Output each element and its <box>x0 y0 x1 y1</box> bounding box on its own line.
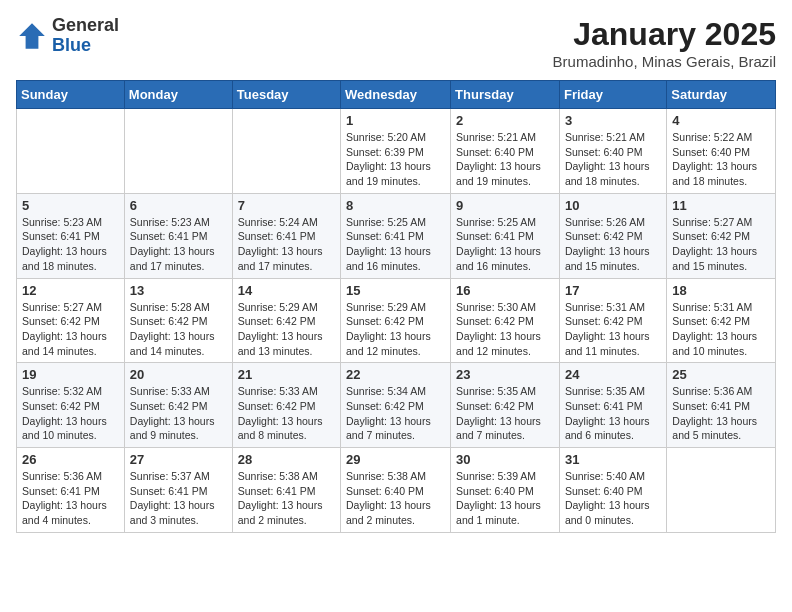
table-row: 23Sunrise: 5:35 AM Sunset: 6:42 PM Dayli… <box>451 363 560 448</box>
day-number: 14 <box>238 283 335 298</box>
day-number: 12 <box>22 283 119 298</box>
day-number: 20 <box>130 367 227 382</box>
table-row <box>17 109 125 194</box>
day-number: 18 <box>672 283 770 298</box>
day-info: Sunrise: 5:36 AM Sunset: 6:41 PM Dayligh… <box>22 469 119 528</box>
day-info: Sunrise: 5:37 AM Sunset: 6:41 PM Dayligh… <box>130 469 227 528</box>
table-row: 10Sunrise: 5:26 AM Sunset: 6:42 PM Dayli… <box>559 193 666 278</box>
day-info: Sunrise: 5:21 AM Sunset: 6:40 PM Dayligh… <box>456 130 554 189</box>
day-number: 22 <box>346 367 445 382</box>
day-info: Sunrise: 5:23 AM Sunset: 6:41 PM Dayligh… <box>130 215 227 274</box>
table-row: 31Sunrise: 5:40 AM Sunset: 6:40 PM Dayli… <box>559 448 666 533</box>
day-number: 25 <box>672 367 770 382</box>
day-number: 30 <box>456 452 554 467</box>
svg-marker-0 <box>19 23 45 49</box>
calendar-title: January 2025 <box>553 16 776 53</box>
day-number: 11 <box>672 198 770 213</box>
day-info: Sunrise: 5:36 AM Sunset: 6:41 PM Dayligh… <box>672 384 770 443</box>
day-info: Sunrise: 5:25 AM Sunset: 6:41 PM Dayligh… <box>456 215 554 274</box>
table-row: 3Sunrise: 5:21 AM Sunset: 6:40 PM Daylig… <box>559 109 666 194</box>
day-info: Sunrise: 5:29 AM Sunset: 6:42 PM Dayligh… <box>346 300 445 359</box>
day-number: 1 <box>346 113 445 128</box>
calendar-week-1: 1Sunrise: 5:20 AM Sunset: 6:39 PM Daylig… <box>17 109 776 194</box>
calendar-header: Sunday Monday Tuesday Wednesday Thursday… <box>17 81 776 109</box>
table-row: 30Sunrise: 5:39 AM Sunset: 6:40 PM Dayli… <box>451 448 560 533</box>
title-block: January 2025 Brumadinho, Minas Gerais, B… <box>553 16 776 70</box>
table-row: 4Sunrise: 5:22 AM Sunset: 6:40 PM Daylig… <box>667 109 776 194</box>
day-info: Sunrise: 5:27 AM Sunset: 6:42 PM Dayligh… <box>22 300 119 359</box>
day-info: Sunrise: 5:28 AM Sunset: 6:42 PM Dayligh… <box>130 300 227 359</box>
day-info: Sunrise: 5:23 AM Sunset: 6:41 PM Dayligh… <box>22 215 119 274</box>
day-info: Sunrise: 5:39 AM Sunset: 6:40 PM Dayligh… <box>456 469 554 528</box>
table-row: 15Sunrise: 5:29 AM Sunset: 6:42 PM Dayli… <box>341 278 451 363</box>
calendar-table: Sunday Monday Tuesday Wednesday Thursday… <box>16 80 776 533</box>
col-thursday: Thursday <box>451 81 560 109</box>
calendar-week-4: 19Sunrise: 5:32 AM Sunset: 6:42 PM Dayli… <box>17 363 776 448</box>
logo-general: General <box>52 15 119 35</box>
table-row: 9Sunrise: 5:25 AM Sunset: 6:41 PM Daylig… <box>451 193 560 278</box>
day-number: 2 <box>456 113 554 128</box>
calendar-subtitle: Brumadinho, Minas Gerais, Brazil <box>553 53 776 70</box>
col-sunday: Sunday <box>17 81 125 109</box>
col-tuesday: Tuesday <box>232 81 340 109</box>
day-info: Sunrise: 5:26 AM Sunset: 6:42 PM Dayligh… <box>565 215 661 274</box>
table-row: 12Sunrise: 5:27 AM Sunset: 6:42 PM Dayli… <box>17 278 125 363</box>
table-row: 6Sunrise: 5:23 AM Sunset: 6:41 PM Daylig… <box>124 193 232 278</box>
day-number: 28 <box>238 452 335 467</box>
table-row: 17Sunrise: 5:31 AM Sunset: 6:42 PM Dayli… <box>559 278 666 363</box>
day-number: 9 <box>456 198 554 213</box>
table-row: 18Sunrise: 5:31 AM Sunset: 6:42 PM Dayli… <box>667 278 776 363</box>
day-info: Sunrise: 5:31 AM Sunset: 6:42 PM Dayligh… <box>672 300 770 359</box>
day-info: Sunrise: 5:32 AM Sunset: 6:42 PM Dayligh… <box>22 384 119 443</box>
day-info: Sunrise: 5:21 AM Sunset: 6:40 PM Dayligh… <box>565 130 661 189</box>
header-row: Sunday Monday Tuesday Wednesday Thursday… <box>17 81 776 109</box>
table-row: 7Sunrise: 5:24 AM Sunset: 6:41 PM Daylig… <box>232 193 340 278</box>
day-number: 4 <box>672 113 770 128</box>
table-row: 27Sunrise: 5:37 AM Sunset: 6:41 PM Dayli… <box>124 448 232 533</box>
day-number: 7 <box>238 198 335 213</box>
day-number: 23 <box>456 367 554 382</box>
calendar-week-3: 12Sunrise: 5:27 AM Sunset: 6:42 PM Dayli… <box>17 278 776 363</box>
day-info: Sunrise: 5:38 AM Sunset: 6:41 PM Dayligh… <box>238 469 335 528</box>
table-row: 22Sunrise: 5:34 AM Sunset: 6:42 PM Dayli… <box>341 363 451 448</box>
col-saturday: Saturday <box>667 81 776 109</box>
table-row: 26Sunrise: 5:36 AM Sunset: 6:41 PM Dayli… <box>17 448 125 533</box>
day-number: 31 <box>565 452 661 467</box>
table-row <box>232 109 340 194</box>
day-number: 29 <box>346 452 445 467</box>
logo-blue: Blue <box>52 35 91 55</box>
day-number: 3 <box>565 113 661 128</box>
table-row: 11Sunrise: 5:27 AM Sunset: 6:42 PM Dayli… <box>667 193 776 278</box>
day-info: Sunrise: 5:34 AM Sunset: 6:42 PM Dayligh… <box>346 384 445 443</box>
table-row: 25Sunrise: 5:36 AM Sunset: 6:41 PM Dayli… <box>667 363 776 448</box>
table-row: 2Sunrise: 5:21 AM Sunset: 6:40 PM Daylig… <box>451 109 560 194</box>
day-info: Sunrise: 5:24 AM Sunset: 6:41 PM Dayligh… <box>238 215 335 274</box>
day-number: 13 <box>130 283 227 298</box>
table-row: 13Sunrise: 5:28 AM Sunset: 6:42 PM Dayli… <box>124 278 232 363</box>
day-number: 16 <box>456 283 554 298</box>
table-row: 14Sunrise: 5:29 AM Sunset: 6:42 PM Dayli… <box>232 278 340 363</box>
table-row: 1Sunrise: 5:20 AM Sunset: 6:39 PM Daylig… <box>341 109 451 194</box>
page-header: General Blue January 2025 Brumadinho, Mi… <box>16 16 776 70</box>
day-number: 10 <box>565 198 661 213</box>
logo: General Blue <box>16 16 119 56</box>
day-info: Sunrise: 5:35 AM Sunset: 6:42 PM Dayligh… <box>456 384 554 443</box>
day-info: Sunrise: 5:20 AM Sunset: 6:39 PM Dayligh… <box>346 130 445 189</box>
day-info: Sunrise: 5:30 AM Sunset: 6:42 PM Dayligh… <box>456 300 554 359</box>
day-number: 24 <box>565 367 661 382</box>
day-number: 8 <box>346 198 445 213</box>
day-number: 17 <box>565 283 661 298</box>
day-info: Sunrise: 5:40 AM Sunset: 6:40 PM Dayligh… <box>565 469 661 528</box>
table-row <box>124 109 232 194</box>
day-info: Sunrise: 5:29 AM Sunset: 6:42 PM Dayligh… <box>238 300 335 359</box>
calendar-week-2: 5Sunrise: 5:23 AM Sunset: 6:41 PM Daylig… <box>17 193 776 278</box>
table-row: 28Sunrise: 5:38 AM Sunset: 6:41 PM Dayli… <box>232 448 340 533</box>
day-info: Sunrise: 5:35 AM Sunset: 6:41 PM Dayligh… <box>565 384 661 443</box>
day-number: 21 <box>238 367 335 382</box>
day-info: Sunrise: 5:31 AM Sunset: 6:42 PM Dayligh… <box>565 300 661 359</box>
day-info: Sunrise: 5:22 AM Sunset: 6:40 PM Dayligh… <box>672 130 770 189</box>
day-number: 19 <box>22 367 119 382</box>
logo-text: General Blue <box>52 16 119 56</box>
table-row: 5Sunrise: 5:23 AM Sunset: 6:41 PM Daylig… <box>17 193 125 278</box>
table-row: 20Sunrise: 5:33 AM Sunset: 6:42 PM Dayli… <box>124 363 232 448</box>
